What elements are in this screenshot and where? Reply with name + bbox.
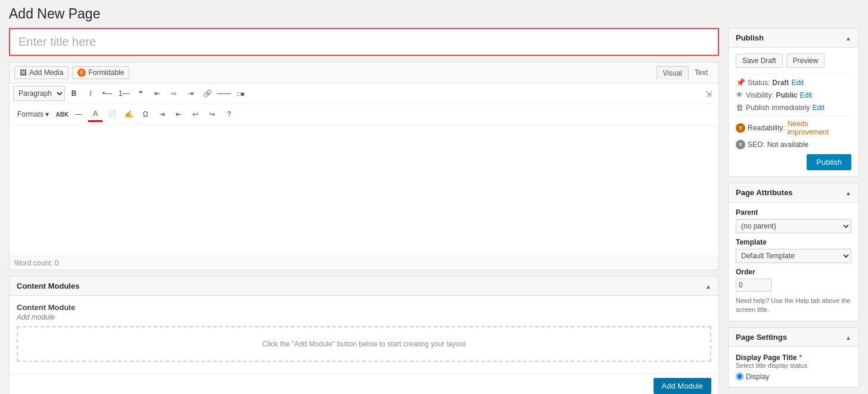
display-radio[interactable] [736, 373, 743, 380]
editor-box: 🖼 Add Media F Formidable Visual Text [9, 62, 719, 270]
formidable-icon: F [77, 68, 86, 77]
template-label: Template [736, 238, 851, 246]
help-text: Need help? Use the Help tab above the sc… [736, 296, 851, 315]
preview-button[interactable]: Preview [786, 54, 825, 68]
order-input[interactable] [736, 279, 771, 292]
content-modules-header[interactable]: Content Modules [10, 277, 718, 296]
tab-visual[interactable]: Visual [657, 66, 689, 80]
status-icon: 📌 [736, 78, 745, 87]
divider2 [736, 115, 851, 116]
help-button[interactable]: ? [221, 107, 237, 122]
tab-text[interactable]: Text [689, 66, 714, 80]
publish-time-row: 🗑 Publish immediately Edit [736, 103, 851, 112]
save-draft-button[interactable]: Save Draft [736, 54, 783, 68]
abk-button[interactable]: ABK [54, 107, 70, 122]
add-media-button[interactable]: 🖼 Add Media [14, 66, 69, 79]
page-attributes-box: Page Attributes Parent (no parent) Templ… [728, 183, 859, 321]
editor-tabs: Visual Text [652, 64, 718, 82]
link-button[interactable]: 🔗 [200, 86, 215, 101]
hr-button[interactable]: — [71, 107, 86, 122]
status-row: 📌 Status: Draft Edit [736, 78, 851, 87]
paste-button[interactable]: 📄 [104, 107, 120, 122]
toolbar-row2: Formats ▾ ABK — A 📄 ✍ Ω ⇥ ⇤ ↩ ↪ ? [10, 104, 718, 125]
parent-select[interactable]: (no parent) [736, 219, 851, 233]
publish-toggle-icon [845, 33, 851, 42]
visibility-row: 👁 Visibility: Public Edit [736, 90, 851, 99]
page-attributes-header: Page Attributes [729, 183, 858, 202]
publish-button[interactable]: Publish [807, 154, 851, 170]
publish-time-edit-link[interactable]: Edit [812, 104, 825, 112]
content-modules-footer: Add Module [10, 374, 718, 394]
page-wrapper: Add New Page 🖼 Add Media F Formi [0, 0, 868, 394]
eraser-button[interactable]: ✍ [121, 107, 136, 122]
text-color-button[interactable]: A [88, 107, 103, 122]
content-modules-toggle-icon [705, 282, 711, 290]
undo-button[interactable]: ↩ [188, 107, 203, 122]
publish-box-body: Save Draft Preview 📌 Status: Draft Edit … [729, 48, 858, 176]
page-attributes-body: Parent (no parent) Template Default Temp… [729, 202, 858, 321]
bold-button[interactable]: B [66, 86, 82, 101]
content-area: 🖼 Add Media F Formidable Visual Text [9, 28, 719, 394]
add-module-button[interactable]: Add Module [654, 378, 711, 394]
page-settings-toggle-icon [845, 333, 851, 342]
publish-box-header: Publish [729, 29, 858, 48]
expand-button[interactable]: ⇲ [702, 87, 715, 100]
redo-button[interactable]: ↪ [204, 107, 220, 122]
module-label: Content Module [17, 303, 711, 312]
omega-button[interactable]: Ω [138, 107, 153, 122]
media-row: 🖼 Add Media F Formidable [10, 62, 652, 83]
display-radio-row: Display [736, 373, 851, 381]
visibility-edit-link[interactable]: Edit [799, 91, 812, 99]
outdent-button[interactable]: ⇤ [171, 107, 186, 122]
page-settings-box: Page Settings Display Page Title * Selec… [728, 327, 859, 387]
page-title: Add New Page [9, 6, 859, 22]
publish-actions: Save Draft Preview [736, 54, 851, 68]
title-input[interactable] [9, 28, 719, 56]
table-button[interactable]: □■ [233, 86, 248, 101]
editor-body[interactable] [10, 125, 718, 256]
image-icon: 🖼 [20, 68, 27, 77]
status-edit-link[interactable]: Edit [791, 79, 804, 87]
display-radio-label: Display [746, 373, 769, 381]
sidebar: Publish Save Draft Preview 📌 Status: Dra… [728, 28, 859, 394]
ordered-list-button[interactable]: 1— [116, 86, 132, 101]
readability-row: Y Readability: Needs improvement [736, 120, 851, 136]
blockquote-button[interactable]: ❝ [133, 86, 148, 101]
publish-btn-row: Publish [736, 154, 851, 170]
parent-label: Parent [736, 208, 851, 217]
page-settings-header: Page Settings [729, 328, 858, 347]
page-settings-body: Display Page Title * Select title displa… [729, 347, 858, 387]
content-modules-body: Content Module Add module Click the "Add… [10, 296, 718, 374]
more-button[interactable]: —— [216, 86, 232, 101]
formidable-button[interactable]: F Formidable [72, 66, 129, 79]
toolbar-row1: Paragraph B I •— 1— ❝ ⇤ ⇨ ⇥ 🔗 —— □■ ⇲ [10, 83, 718, 104]
align-center-button[interactable]: ⇨ [166, 86, 182, 101]
add-module-link[interactable]: Add module [17, 313, 711, 321]
module-dropzone: Click the "Add Module" button below to s… [17, 326, 711, 362]
italic-button[interactable]: I [83, 86, 98, 101]
align-left-button[interactable]: ⇤ [150, 86, 165, 101]
calendar-icon: 🗑 [736, 103, 743, 112]
content-modules: Content Modules Content Module Add modul… [9, 276, 719, 394]
template-select[interactable]: Default Template [736, 249, 851, 263]
visibility-icon: 👁 [736, 90, 743, 99]
word-count: Word count: 0 [10, 256, 718, 270]
paragraph-select[interactable]: Paragraph [13, 86, 65, 101]
page-attributes-toggle-icon [845, 188, 851, 197]
seo-icon: Y [736, 140, 745, 149]
divider1 [736, 74, 851, 74]
indent-button[interactable]: ⇥ [154, 107, 170, 122]
display-title-label-row: Display Page Title * [736, 353, 851, 362]
publish-box: Publish Save Draft Preview 📌 Status: Dra… [728, 28, 859, 177]
readability-icon: Y [736, 123, 745, 133]
main-layout: 🖼 Add Media F Formidable Visual Text [9, 28, 859, 394]
align-right-button[interactable]: ⇥ [183, 86, 198, 101]
unordered-list-button[interactable]: •— [99, 86, 115, 101]
seo-row: Y SEO: Not available [736, 140, 851, 149]
order-label: Order [736, 268, 851, 276]
formats-button[interactable]: Formats ▾ [13, 107, 53, 122]
display-subtitle: Select title display status [736, 362, 851, 369]
